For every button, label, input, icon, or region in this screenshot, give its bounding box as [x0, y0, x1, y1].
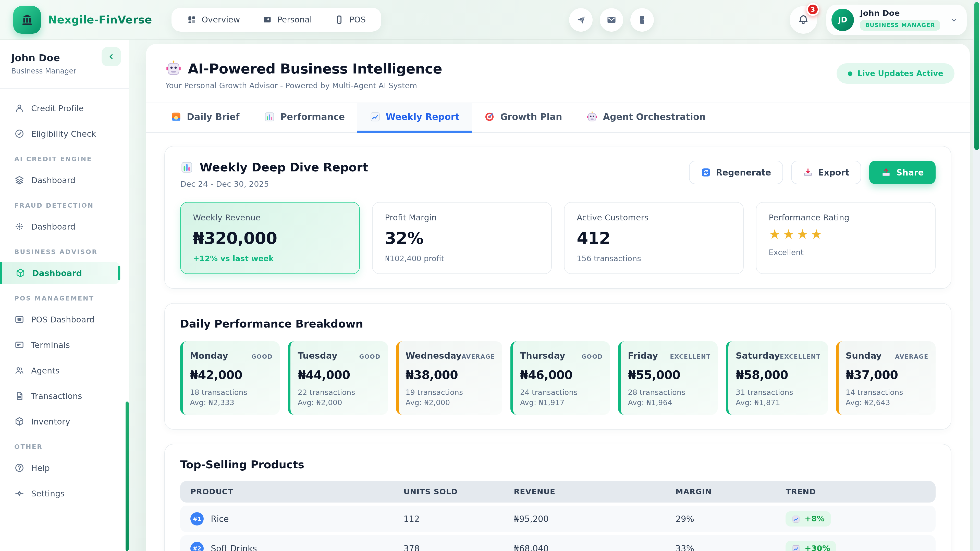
day-name: Thursday [520, 351, 565, 361]
day-revenue: ₦44,000 [298, 368, 381, 382]
regenerate-button[interactable]: Regenerate [689, 161, 783, 184]
tab-performance[interactable]: Performance [252, 103, 357, 133]
sidebar-section-ai-credit-engine: AI CREDIT ENGINE [14, 155, 121, 163]
tab-label: Agent Orchestration [603, 112, 706, 122]
trend-badge: +8% [786, 511, 831, 527]
metric-sub: Excellent [769, 248, 923, 257]
table-row-soft-drinks[interactable]: #2 Soft Drinks 378 ₦68,040 33% [180, 535, 935, 551]
metric-value: 412 [577, 229, 731, 248]
top-nav-pos[interactable]: POS [334, 15, 366, 24]
day-tile-monday: MondayGOOD ₦42,000 18 transactions Avg: … [180, 341, 280, 415]
revenue: ₦68,040 [514, 544, 676, 551]
column-header-revenue: REVENUE [514, 487, 676, 496]
star-rating-icon: ★★★★ [769, 227, 923, 242]
sidebar-item-label: Inventory [31, 416, 70, 426]
sidebar-item-settings[interactable]: Settings [8, 482, 121, 505]
sidebar-item-label: Help [31, 463, 50, 473]
daily-breakdown-card: Daily Performance Breakdown MondayGOOD ₦… [164, 303, 951, 430]
column-header-units: UNITS SOLD [404, 487, 514, 496]
day-average: Avg: ₦2,333 [190, 399, 273, 407]
sidebar-nav: Credit Profile Eligibility Check AI CRED… [0, 89, 129, 505]
day-name: Saturday [736, 351, 780, 361]
sidebar-item-pos-dashboard[interactable]: POS Dashboard [8, 308, 121, 330]
export-button[interactable]: Export [791, 161, 861, 184]
metric-label: Active Customers [577, 213, 731, 222]
outbox-tray-icon [881, 167, 891, 178]
slider-icon [14, 488, 24, 499]
users-icon [14, 365, 24, 375]
sidebar-item-fraud-dashboard[interactable]: Dashboard [8, 215, 121, 238]
sidebar-collapse-button[interactable] [102, 47, 121, 66]
quick-actions [569, 8, 654, 32]
day-tile-wednesday: WednesdayAVERAGE ₦38,000 19 transactions… [396, 341, 502, 415]
day-tile-friday: FridayEXCELLENT ₦55,000 28 transactions … [618, 341, 718, 415]
units-sold: 112 [404, 514, 514, 524]
day-transactions: 14 transactions [845, 388, 928, 396]
user-name: John Doe [860, 9, 940, 18]
app-logo[interactable] [13, 6, 41, 33]
day-name: Monday [190, 351, 228, 361]
sidebar-item-label: Settings [31, 489, 65, 498]
sidebar-item-business-dashboard[interactable]: Dashboard [0, 262, 121, 284]
sidebar-item-eligibility-check[interactable]: Eligibility Check [8, 122, 121, 145]
tab-weekly-report[interactable]: Weekly Report [357, 103, 472, 133]
notifications-button[interactable]: 3 [790, 6, 817, 33]
sidebar-item-label: Dashboard [32, 268, 82, 278]
column-header-trend: TREND [786, 487, 925, 496]
sidebar-item-transactions[interactable]: Transactions [8, 385, 121, 407]
day-revenue: ₦55,000 [628, 368, 711, 382]
share-button[interactable]: Share [869, 161, 935, 184]
live-updates-badge: Live Updates Active [837, 63, 955, 84]
sidebar-item-inventory[interactable]: Inventory [8, 410, 121, 433]
metric-active-customers: Active Customers 412 156 transactions [564, 202, 744, 274]
user-menu[interactable]: JD John Doe BUSINESS MANAGER [826, 4, 967, 35]
sidebar-item-label: Dashboard [31, 222, 76, 231]
window-scrollbar-thumb[interactable] [974, 2, 979, 150]
main-panel: AI-Powered Business Intelligence Your Pe… [146, 44, 970, 551]
send-button[interactable] [569, 8, 592, 32]
notification-count-badge: 3 [807, 3, 819, 16]
sidebar-item-agents[interactable]: Agents [8, 359, 121, 382]
sidebar-item-credit-profile[interactable]: Credit Profile [8, 97, 121, 119]
trend-value: +30% [805, 544, 830, 551]
margin: 33% [676, 544, 786, 551]
top-nav: Overview Personal POS [172, 8, 381, 32]
sidebar-item-help[interactable]: Help [8, 457, 121, 479]
sidebar-section-business-advisor: BUSINESS ADVISOR [14, 248, 121, 256]
app-window: Nexgile-FinVerse Overview Personal [0, 0, 980, 551]
sidebar-item-label: Agents [31, 365, 59, 375]
mobile-button[interactable] [630, 8, 654, 32]
day-name: Friday [628, 351, 658, 361]
products-table: PRODUCT UNITS SOLD REVENUE MARGIN TREND … [180, 481, 935, 551]
top-bar: Nexgile-FinVerse Overview Personal [0, 0, 980, 40]
metric-label: Profit Margin [385, 213, 539, 222]
metric-profit-margin: Profit Margin 32% ₦102,400 profit [372, 202, 552, 274]
tab-agent-orchestration[interactable]: Agent Orchestration [574, 103, 718, 133]
mail-button[interactable] [600, 8, 623, 32]
sidebar-user-role: Business Manager [11, 67, 118, 75]
sidebar-item-label: Credit Profile [31, 103, 84, 113]
mobile-icon [334, 15, 344, 24]
file-icon [14, 391, 24, 401]
table-row-rice[interactable]: #1 Rice 112 ₦95,200 29% [180, 506, 935, 532]
day-revenue: ₦42,000 [190, 368, 273, 382]
sidebar-item-label: POS Dashboard [31, 314, 95, 324]
metric-label: Weekly Revenue [193, 213, 347, 222]
day-average: Avg: ₦1,964 [628, 399, 711, 407]
chart-up-icon [369, 111, 380, 122]
tab-growth-plan[interactable]: Growth Plan [472, 103, 574, 133]
rank-badge: #2 [190, 542, 204, 551]
sidebar-item-credit-dashboard[interactable]: Dashboard [8, 169, 121, 191]
report-date-range: Dec 24 - Dec 30, 2025 [180, 179, 368, 189]
day-status: AVERAGE [462, 353, 495, 360]
metric-label: Performance Rating [769, 213, 923, 222]
window-scrollbar-track[interactable] [974, 0, 980, 551]
brand-name: Nexgile-FinVerse [48, 14, 152, 26]
day-transactions: 19 transactions [406, 388, 495, 396]
report-title: Weekly Deep Dive Report [200, 161, 368, 174]
sidebar-scrollbar[interactable] [126, 402, 129, 551]
sidebar-item-terminals[interactable]: Terminals [8, 333, 121, 356]
tab-daily-brief[interactable]: Daily Brief [158, 103, 252, 133]
top-nav-personal[interactable]: Personal [262, 15, 312, 24]
top-nav-overview[interactable]: Overview [187, 15, 240, 24]
